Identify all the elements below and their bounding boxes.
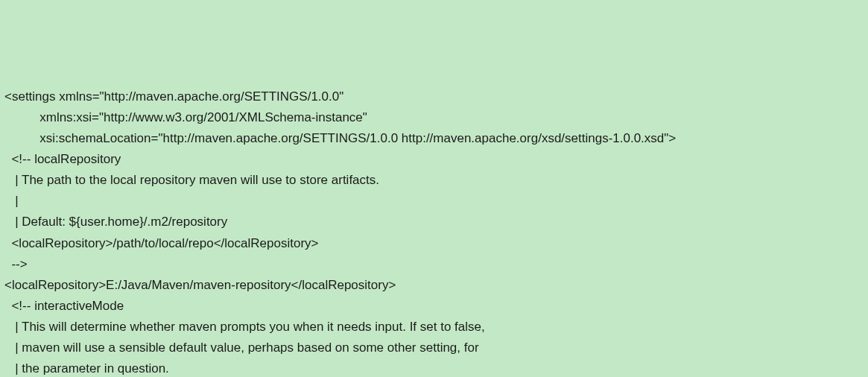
code-line: xmlns:xsi="http://www.w3.org/2001/XMLSch… bbox=[4, 107, 864, 128]
code-line: | The path to the local repository maven… bbox=[4, 170, 864, 191]
code-line: | bbox=[4, 191, 864, 212]
code-line: <settings xmlns="http://maven.apache.org… bbox=[4, 86, 864, 107]
code-line: | This will determine whether maven prom… bbox=[4, 317, 864, 338]
code-line: | maven will use a sensible default valu… bbox=[4, 338, 864, 358]
code-line: <!-- interactiveMode bbox=[4, 296, 864, 317]
code-line: <!-- localRepository bbox=[4, 149, 864, 170]
code-block: <settings xmlns="http://maven.apache.org… bbox=[4, 86, 864, 377]
code-line: --> bbox=[4, 254, 864, 275]
code-line: <localRepository>/path/to/local/repo</lo… bbox=[4, 233, 864, 254]
code-line: | Default: ${user.home}/.m2/repository bbox=[4, 212, 864, 232]
code-line: xsi:schemaLocation="http://maven.apache.… bbox=[4, 128, 864, 149]
code-line: <localRepository>E:/Java/Maven/maven-rep… bbox=[4, 275, 864, 296]
code-line: | the parameter in question. bbox=[4, 358, 864, 377]
